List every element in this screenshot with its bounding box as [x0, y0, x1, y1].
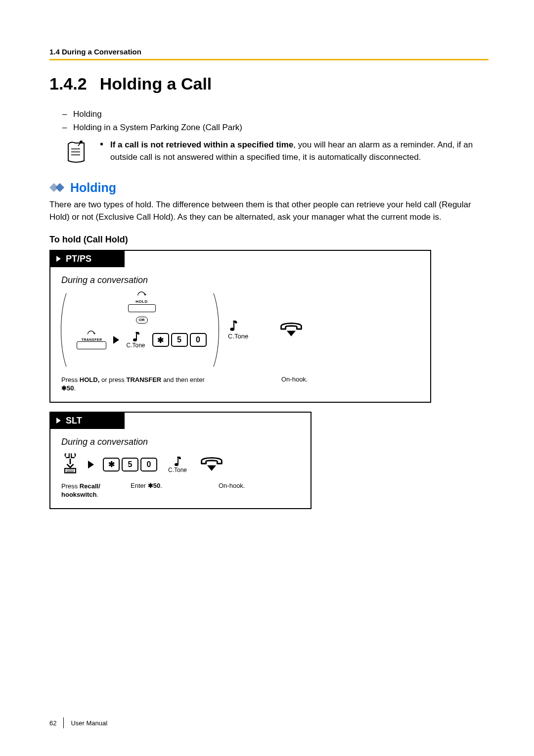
bullet-dot-icon: •: [100, 139, 103, 163]
tone-icon: [173, 456, 182, 468]
procedure-ptps: PT/PS During a conversation HOLD OR: [49, 250, 431, 403]
page-title: 1.4.2Holding a Call: [49, 74, 489, 94]
caption-row: Press HOLD, or press TRANSFER and then e…: [61, 376, 419, 393]
section-heading-text: Holding: [70, 181, 116, 195]
transfer-button-icon: [77, 341, 106, 349]
ctone-outer-label: C.Tone: [228, 332, 248, 340]
note-bold-lead: If a call is not retrieved within a spec…: [110, 140, 293, 149]
caption-a: Press Recall/ hookswitch.: [61, 482, 116, 499]
hold-option: HOLD OR: [61, 290, 222, 324]
heading-number: 1.4.2: [49, 74, 87, 94]
t: .: [74, 384, 76, 392]
caption-row: Press Recall/ hookswitch. Enter ✱50. On-…: [61, 482, 300, 499]
section-heading: Holding: [49, 181, 489, 195]
dial-key: ✱: [152, 333, 169, 347]
procedure-tab-slt: SLT: [50, 413, 125, 429]
hold-button-icon: [128, 304, 156, 312]
arc-arrow-icon: [136, 291, 147, 297]
hold-button-label: HOLD: [61, 299, 222, 304]
tab-label: PT/PS: [66, 254, 91, 264]
tab-triangle-icon: [56, 256, 61, 262]
procedure-subtitle: During a conversation: [61, 437, 300, 447]
sequence-arrow-icon: [113, 336, 119, 344]
heading-text: Holding a Call: [100, 74, 212, 93]
dial-key: 5: [122, 458, 138, 472]
tab-label: SLT: [66, 416, 82, 426]
tab-triangle-icon: [56, 418, 61, 424]
dial-sequence: ✱ 5 0: [152, 333, 207, 347]
procedure-subtitle: During a conversation: [61, 275, 419, 285]
caption-b: Enter ✱50.: [131, 482, 190, 499]
t: Press: [61, 482, 80, 490]
note-text: • If a call is not retrieved within a sp…: [100, 139, 489, 163]
dial-key: 0: [190, 333, 207, 347]
t: ✱50: [148, 482, 160, 489]
or-badge: OR: [136, 317, 148, 324]
dial-sequence: ✱ 5 0: [103, 458, 157, 472]
toc-item-label: Holding: [73, 109, 102, 119]
recall-icon: [61, 452, 79, 475]
dial-key: 0: [140, 458, 157, 472]
t: .: [97, 491, 99, 498]
t: or press: [99, 376, 126, 383]
alternatives-group: HOLD OR TRANSFER C.Tone: [61, 290, 222, 370]
t: .: [160, 482, 162, 489]
caption-left: Press HOLD, or press TRANSFER and then e…: [61, 376, 207, 393]
toc-item-label: Holding in a System Parking Zone (Call P…: [73, 123, 242, 132]
notepad-icon: [64, 139, 89, 168]
dial-key: ✱: [103, 458, 120, 472]
page-footer: 62 User Manual: [49, 717, 107, 728]
tone-icon: [228, 320, 239, 332]
arc-arrow-icon: [87, 330, 96, 336]
onhook: [278, 321, 362, 339]
diamonds-icon: [49, 183, 65, 193]
ctone-label: C.Tone: [168, 467, 187, 473]
onhook: [199, 455, 224, 474]
procedure-slt: SLT During a conversation ✱ 5 0 C.Tone: [49, 412, 312, 509]
onhook-icon: [199, 455, 224, 472]
t: ✱50: [61, 384, 74, 392]
section-body: There are two types of hold. The differe…: [49, 199, 489, 223]
t: Press: [61, 376, 80, 383]
t: HOLD,: [80, 376, 99, 383]
accent-rule: [49, 59, 489, 60]
dial-key: 5: [171, 333, 188, 347]
procedure-tab-ptps: PT/PS: [50, 251, 125, 267]
caption-c: On-hook.: [219, 482, 245, 499]
footer-label: User Manual: [71, 719, 107, 727]
note-block: • If a call is not retrieved within a sp…: [64, 139, 489, 168]
t: TRANSFER: [126, 376, 161, 383]
subsection-heading: To hold (Call Hold): [49, 235, 489, 245]
breadcrumb: 1.4 During a Conversation: [49, 47, 489, 56]
t: Enter: [131, 482, 148, 489]
recall-hookswitch: [61, 452, 79, 477]
page-number: 62: [49, 719, 56, 727]
toc-item: –Holding: [62, 107, 489, 121]
ctone: C.Tone: [168, 456, 187, 473]
toc-list: –Holding –Holding in a System Parking Zo…: [62, 107, 489, 134]
transfer-option: TRANSFER C.Tone ✱ 5 0: [61, 329, 222, 351]
sequence-arrow-icon: [88, 461, 94, 469]
ctone-inner-label: C.Tone: [126, 342, 145, 349]
t: and then enter: [161, 376, 204, 383]
onhook-icon: [278, 321, 304, 337]
footer-separator: [63, 717, 64, 728]
caption-right: On-hook.: [281, 376, 308, 393]
ctone-inner: C.Tone: [126, 331, 145, 349]
tone-icon: [131, 331, 141, 343]
ctone-outer: C.Tone: [228, 320, 272, 340]
transfer-button-label: TRANSFER: [77, 338, 106, 341]
toc-item: –Holding in a System Parking Zone (Call …: [62, 121, 489, 134]
